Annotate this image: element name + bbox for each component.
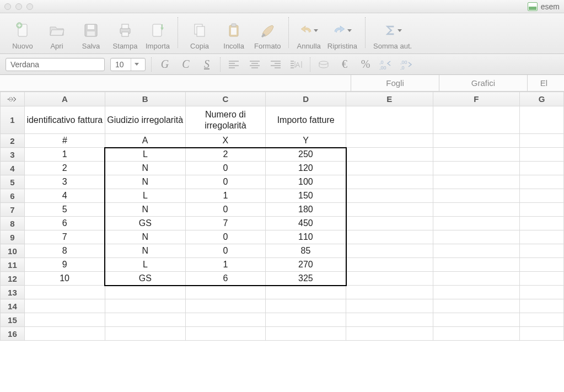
cell[interactable]: 250	[266, 148, 346, 162]
cell[interactable]	[105, 327, 185, 341]
align-left-button[interactable]	[226, 57, 241, 72]
spreadsheet-grid[interactable]: A B C D E F G 1identificativo fatturaGiu…	[0, 92, 564, 341]
cell[interactable]	[24, 327, 105, 341]
font-size-input[interactable]	[111, 60, 131, 69]
font-name-combo[interactable]	[6, 58, 105, 71]
cell[interactable]	[346, 106, 433, 134]
cell[interactable]	[105, 299, 185, 313]
bold-button[interactable]: G	[157, 57, 173, 72]
cell[interactable]	[520, 162, 564, 175]
cell[interactable]	[185, 286, 266, 299]
row-header[interactable]: 3	[1, 148, 25, 162]
cell[interactable]: 10	[24, 272, 105, 286]
align-right-button[interactable]	[268, 57, 283, 72]
cell[interactable]	[520, 189, 564, 203]
cell[interactable]	[266, 313, 346, 327]
cell[interactable]: X	[185, 134, 266, 148]
spreadsheet-area[interactable]: A B C D E F G 1identificativo fatturaGiu…	[0, 92, 564, 392]
cell[interactable]	[433, 162, 520, 175]
cell[interactable]	[24, 313, 105, 327]
column-header-a[interactable]: A	[24, 92, 105, 106]
cell[interactable]: 2	[24, 162, 105, 175]
cell[interactable]: 2	[185, 148, 266, 162]
cell[interactable]: N	[105, 175, 185, 189]
cell[interactable]: Numero di irregolarità	[185, 106, 266, 134]
cell[interactable]: 7	[24, 230, 105, 244]
cell[interactable]	[433, 189, 520, 203]
format-button[interactable]: Formato	[251, 20, 284, 52]
cell[interactable]	[433, 299, 520, 313]
row-header[interactable]: 10	[1, 244, 25, 258]
cell[interactable]	[520, 272, 564, 286]
cell[interactable]	[266, 286, 346, 299]
cell[interactable]	[520, 106, 564, 134]
cell[interactable]: 6	[185, 272, 266, 286]
cell[interactable]	[433, 286, 520, 299]
cell[interactable]	[266, 327, 346, 341]
open-button[interactable]: Apri	[40, 20, 74, 52]
cell[interactable]: GS	[105, 272, 185, 286]
cell[interactable]: 325	[266, 272, 346, 286]
cell[interactable]	[346, 230, 433, 244]
cell[interactable]	[185, 299, 266, 313]
cell[interactable]	[185, 313, 266, 327]
cell[interactable]	[105, 313, 185, 327]
cell[interactable]: 0	[185, 244, 266, 258]
cell[interactable]: N	[105, 162, 185, 175]
cell[interactable]: 0	[185, 175, 266, 189]
cell[interactable]: 0	[185, 230, 266, 244]
row-header[interactable]: 13	[1, 286, 25, 299]
cell[interactable]	[520, 134, 564, 148]
tab-fogli[interactable]: Fogli	[351, 75, 439, 91]
cell[interactable]	[520, 299, 564, 313]
cell[interactable]: 0	[185, 162, 266, 175]
cell[interactable]	[520, 286, 564, 299]
cell[interactable]: Importo fatture	[266, 106, 346, 134]
cell[interactable]: Giudizio irregolarità	[105, 106, 185, 134]
cell[interactable]	[346, 148, 433, 162]
cell[interactable]	[346, 286, 433, 299]
row-header[interactable]: 6	[1, 189, 25, 203]
cell[interactable]	[520, 217, 564, 230]
cell[interactable]	[433, 134, 520, 148]
cell[interactable]: #	[24, 134, 105, 148]
cell[interactable]	[520, 148, 564, 162]
cell[interactable]	[346, 258, 433, 272]
increase-decimal-button[interactable]: ,00,0	[400, 57, 415, 72]
cell[interactable]: 1	[185, 258, 266, 272]
autosum-button[interactable]: Somma aut.	[370, 20, 415, 52]
cell[interactable]	[346, 189, 433, 203]
select-all-corner[interactable]	[1, 92, 25, 106]
cell[interactable]	[346, 313, 433, 327]
italic-button[interactable]: C	[178, 57, 194, 72]
row-header[interactable]: 15	[1, 313, 25, 327]
row-header[interactable]: 8	[1, 217, 25, 230]
redo-button[interactable]: Ripristina	[324, 20, 361, 52]
row-header[interactable]: 9	[1, 230, 25, 244]
column-header-g[interactable]: G	[520, 92, 564, 106]
cell[interactable]	[433, 327, 520, 341]
cell[interactable]: A	[105, 134, 185, 148]
cell[interactable]	[346, 175, 433, 189]
row-header[interactable]: 4	[1, 162, 25, 175]
cell[interactable]: 3	[24, 175, 105, 189]
cell[interactable]	[433, 203, 520, 217]
cell[interactable]	[346, 134, 433, 148]
cell[interactable]	[105, 286, 185, 299]
new-button[interactable]: Nuovo	[6, 20, 40, 52]
cell[interactable]: 450	[266, 217, 346, 230]
row-header[interactable]: 1	[1, 106, 25, 134]
row-header[interactable]: 12	[1, 272, 25, 286]
row-header[interactable]: 2	[1, 134, 25, 148]
cell[interactable]: identificativo fattura	[24, 106, 105, 134]
cell[interactable]	[24, 286, 105, 299]
cell[interactable]	[433, 148, 520, 162]
cell[interactable]	[520, 230, 564, 244]
cell[interactable]: 1	[24, 148, 105, 162]
cell[interactable]: 1	[185, 189, 266, 203]
row-header[interactable]: 14	[1, 299, 25, 313]
save-button[interactable]: Salva	[74, 20, 108, 52]
underline-button[interactable]: S	[199, 57, 214, 72]
cell[interactable]: 5	[24, 203, 105, 217]
font-name-input[interactable]	[6, 60, 111, 69]
